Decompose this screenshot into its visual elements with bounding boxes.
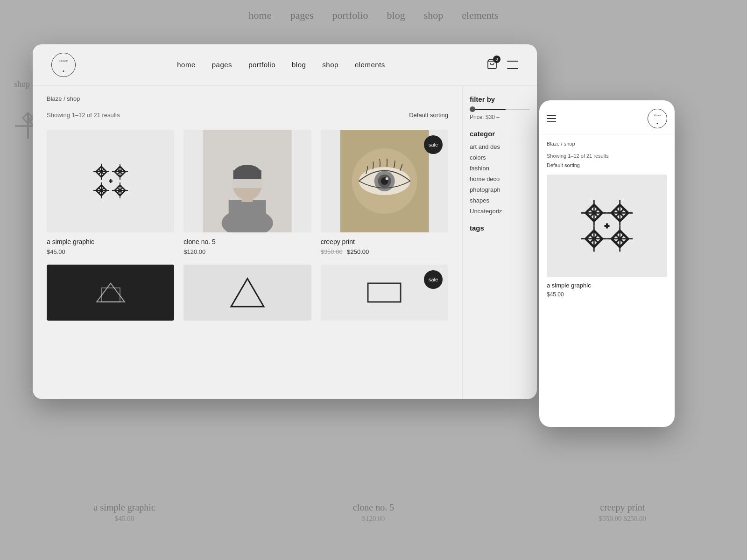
svg-rect-50 xyxy=(368,283,401,302)
product-image-2 xyxy=(183,130,311,232)
sale-price-3: $250.00 xyxy=(347,248,369,255)
product-card-3[interactable]: sale xyxy=(321,130,448,255)
nav-portfolio[interactable]: portfolio xyxy=(248,61,275,69)
bg-strip-item-2: clone no. 5 $120.00 xyxy=(249,502,498,523)
header-right: 0 xyxy=(486,58,518,71)
svg-rect-36 xyxy=(233,170,261,180)
mobile-product-image[interactable] xyxy=(547,175,667,277)
svg-rect-45 xyxy=(83,274,139,311)
category-photo[interactable]: photograph xyxy=(470,186,530,193)
category-uncategorized[interactable]: Uncategoriz xyxy=(470,208,530,215)
nav-shop[interactable]: shop xyxy=(322,61,338,69)
product-card-4[interactable] xyxy=(47,265,174,326)
product-image-6: sale xyxy=(321,265,448,321)
person-svg xyxy=(183,130,311,232)
cart-badge: 0 xyxy=(493,56,500,63)
tags-title: tags xyxy=(470,224,530,232)
product-image-4 xyxy=(47,265,174,321)
product-title-3: creepy print xyxy=(321,238,448,245)
category-fashion[interactable]: fashion xyxy=(470,165,530,172)
product-card-6[interactable]: sale xyxy=(321,265,448,326)
mobile-sort[interactable]: Default sorting xyxy=(547,162,667,168)
sort-dropdown[interactable]: Default sorting xyxy=(409,112,448,119)
mobile-results: Showing 1–12 of 21 results xyxy=(547,153,667,159)
results-count: Showing 1–12 of 21 results xyxy=(47,112,120,119)
nav-home[interactable]: home xyxy=(177,61,196,69)
product-title-1: a simple graphic xyxy=(47,238,174,245)
bg-strip-item-3: creepy print $350.00 $250.00 xyxy=(498,502,747,523)
original-price-3: $350.00 xyxy=(321,248,343,255)
mobile-product-title: a simple graphic xyxy=(547,282,667,289)
product-card-2[interactable]: clone no. 5 $120.00 xyxy=(183,130,311,255)
svg-rect-37 xyxy=(233,179,262,188)
svg-point-44 xyxy=(385,177,388,180)
svg-rect-32 xyxy=(229,200,266,232)
product-image-3: sale xyxy=(321,130,448,232)
mobile-header: blaze xyxy=(539,100,675,134)
nav-blog[interactable]: blog xyxy=(292,61,306,69)
product-image-5 xyxy=(183,265,311,321)
nav-elements[interactable]: elements xyxy=(355,61,385,69)
product-image-1 xyxy=(47,130,174,232)
cart-icon[interactable]: 0 xyxy=(486,58,498,71)
logo[interactable]: blaze xyxy=(51,53,76,77)
bg-nav: home pages portfolio blog shop elements xyxy=(249,9,499,21)
category-colors[interactable]: colors xyxy=(470,154,530,161)
bg-bottom-strip: a simple graphic $45.00 clone no. 5 $120… xyxy=(0,502,747,523)
mobile-content: Blaze / shop Showing 1–12 of 21 results … xyxy=(539,134,675,424)
triangle-svg xyxy=(224,274,271,311)
mobile-breadcrumb: Blaze / shop xyxy=(547,141,667,147)
mobile-product-price: $45.00 xyxy=(547,291,667,298)
product-title-2: clone no. 5 xyxy=(183,238,311,245)
category-title: categor xyxy=(470,130,530,138)
category-art[interactable]: art and des xyxy=(470,143,530,150)
price-label: Price: $30 – xyxy=(470,114,530,120)
product-price-1: $45.00 xyxy=(47,248,174,255)
products-grid: a simple graphic $45.00 xyxy=(47,130,448,326)
category-home[interactable]: home deco xyxy=(470,175,530,182)
header: blaze home pages portfolio blog shop ele… xyxy=(33,44,537,86)
product-card-1[interactable]: a simple graphic $45.00 xyxy=(47,130,174,255)
sale-badge-6: sale xyxy=(424,270,443,289)
sidebar-filter: filter by Price: $30 – categor art and d… xyxy=(462,86,537,399)
sale-badge-3: sale xyxy=(424,135,443,154)
graphic-symbol-1 xyxy=(80,151,141,211)
filter-categories: art and des colors fashion home deco pho… xyxy=(470,143,530,215)
shop-area: Blaze / shop Showing 1–12 of 21 results … xyxy=(33,86,462,399)
box-svg xyxy=(361,274,408,311)
nav-pages[interactable]: pages xyxy=(212,61,232,69)
mobile-logo[interactable]: blaze xyxy=(648,109,667,128)
hamburger-menu-button[interactable] xyxy=(507,61,518,69)
mobile-window: blaze Blaze / shop Showing 1–12 of 21 re… xyxy=(539,100,675,427)
shop-toolbar: Showing 1–12 of 21 results Default sorti… xyxy=(47,112,448,119)
product-card-5[interactable] xyxy=(183,265,311,326)
product-price-3: $350.00 $250.00 xyxy=(321,248,448,255)
mobile-hamburger-button[interactable] xyxy=(547,115,556,122)
nav-menu: home pages portfolio blog shop elements xyxy=(177,61,385,69)
filter-by-title: filter by xyxy=(470,95,530,103)
breadcrumb: Blaze / shop xyxy=(47,95,448,102)
bg-breadcrumb: shop xyxy=(14,79,30,89)
main-content: Blaze / shop Showing 1–12 of 21 results … xyxy=(33,86,537,399)
category-shapes[interactable]: shapes xyxy=(470,197,530,204)
bg-strip-item-1: a simple graphic $45.00 xyxy=(0,502,249,523)
price-range-slider[interactable] xyxy=(470,109,530,110)
product-price-2: $120.00 xyxy=(183,248,311,255)
dark-abstract-svg xyxy=(83,274,139,311)
mobile-graphic-symbol xyxy=(565,184,649,268)
desktop-window: blaze home pages portfolio blog shop ele… xyxy=(33,44,537,399)
